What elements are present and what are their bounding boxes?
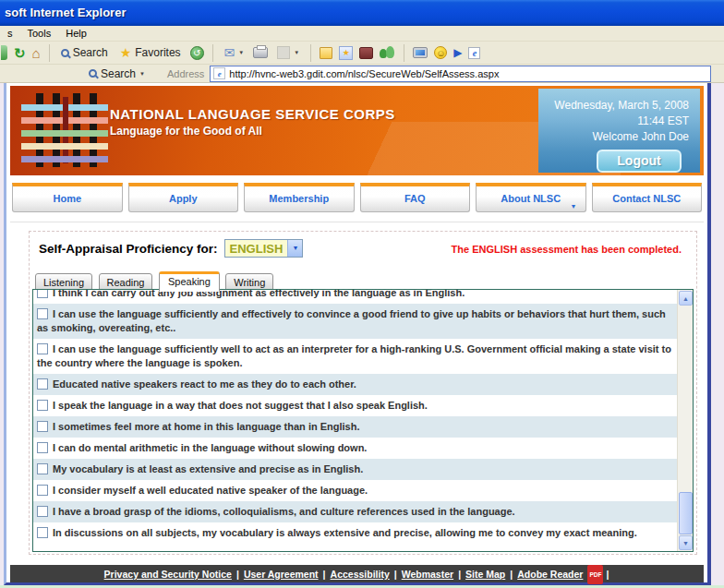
nav-faq[interactable]: FAQ bbox=[360, 183, 471, 212]
nav-home[interactable]: Home bbox=[12, 183, 123, 212]
scrollbar[interactable]: ▲ ▼ bbox=[677, 290, 693, 551]
session-time: 11:44 EST bbox=[538, 114, 689, 129]
heading-row: Self-Appraisal Proficiency for: ENGLISH … bbox=[39, 239, 303, 258]
titlebar: soft Internet Explorer bbox=[0, 0, 724, 26]
home-icon[interactable]: ⌂ bbox=[32, 46, 41, 60]
statement-checkbox[interactable] bbox=[37, 378, 48, 390]
site-header: NATIONAL LANGUAGE SERVICE CORPS Language… bbox=[10, 86, 704, 175]
nav-contact-nlsc[interactable]: Contact NLSC bbox=[592, 183, 703, 212]
statement-checkbox[interactable] bbox=[37, 421, 48, 432]
favorites-button-label: Favorites bbox=[135, 46, 180, 59]
statement-text: I can use the language sufficiently well… bbox=[37, 343, 671, 368]
language-select[interactable]: ENGLISH ▼ bbox=[224, 239, 304, 258]
play-icon[interactable]: ▶ bbox=[453, 47, 462, 58]
statement-text: I can use the language sufficiently and … bbox=[37, 308, 666, 333]
edit-button[interactable]: ▼ bbox=[274, 45, 302, 60]
statement-row: I can do mental arithmetic in the langua… bbox=[33, 438, 677, 459]
footer-separator: | bbox=[458, 569, 461, 580]
nav-about-nlsc[interactable]: About NLSC ▼ bbox=[476, 183, 586, 212]
statement-text: In discussions on all subjects, my vocab… bbox=[53, 527, 637, 538]
nav-membership[interactable]: Membership bbox=[244, 183, 355, 212]
statement-text: I can do mental arithmetic in the langua… bbox=[53, 442, 367, 453]
history-icon[interactable]: ↺ bbox=[190, 46, 204, 60]
statement-checkbox[interactable] bbox=[37, 485, 48, 496]
statement-checkbox[interactable] bbox=[37, 400, 48, 411]
address-url: http://hvnc-web3.gdit.com/nlsc/SecureWeb… bbox=[229, 68, 499, 79]
footer-link-adobe-reader[interactable]: Adobe Reader bbox=[517, 569, 583, 580]
footer-separator: | bbox=[236, 569, 239, 580]
nav-apply[interactable]: Apply bbox=[128, 183, 239, 212]
address-input[interactable]: e http://hvnc-web3.gdit.com/nlsc/SecureW… bbox=[210, 66, 711, 82]
welcome-message: Welcome John Doe bbox=[538, 129, 689, 145]
statement-row: I speak the language in a way that does … bbox=[33, 395, 677, 416]
search-button-label: Search bbox=[73, 46, 108, 59]
footer-link-accessibility[interactable]: Accessibility bbox=[331, 569, 390, 580]
statement-row: I can use the language sufficiently and … bbox=[33, 304, 677, 339]
scroll-up-icon[interactable]: ▲ bbox=[679, 291, 693, 306]
statement-row: I can use the language sufficiently well… bbox=[33, 339, 677, 374]
clipped-icon bbox=[1, 45, 7, 60]
statement-checkbox[interactable] bbox=[37, 442, 48, 453]
menu-item-clipped[interactable]: s bbox=[0, 28, 20, 39]
menu-item-tools[interactable]: Tools bbox=[20, 28, 59, 39]
language-select-value: ENGLISH bbox=[225, 242, 288, 256]
toolbar-separator bbox=[404, 44, 404, 62]
footer-link-user-agreement[interactable]: User Agreement bbox=[244, 569, 319, 580]
print-icon[interactable] bbox=[253, 47, 268, 58]
smiley-icon[interactable]: ☺ bbox=[434, 46, 447, 59]
statement-checkbox[interactable] bbox=[37, 506, 48, 517]
footer-link-webmaster[interactable]: Webmaster bbox=[402, 569, 453, 580]
statement-checkbox[interactable] bbox=[37, 308, 48, 319]
scroll-down-icon[interactable]: ▼ bbox=[679, 535, 693, 550]
org-tagline: Language for the Good of All bbox=[110, 125, 262, 138]
search-dropdown-icon: ▼ bbox=[139, 71, 145, 77]
toolbar-separator bbox=[212, 44, 213, 62]
favorites-button[interactable]: ★ Favorites bbox=[117, 45, 184, 60]
tab-speaking[interactable]: Speaking bbox=[159, 271, 220, 292]
nav-bar: Home Apply Membership FAQ About NLSC ▼ C… bbox=[10, 181, 704, 216]
pdf-badge: PDF bbox=[587, 565, 603, 584]
discuss-icon[interactable] bbox=[320, 47, 332, 59]
scrollbar-thumb[interactable] bbox=[679, 492, 693, 534]
outlook-express-icon[interactable]: e bbox=[468, 47, 480, 59]
statement-text: I have a broad grasp of the idioms, coll… bbox=[53, 506, 515, 517]
nav-about-label: About NLSC bbox=[501, 193, 561, 204]
mail-button[interactable]: ✉ ▼ bbox=[222, 45, 247, 60]
address-search-button[interactable]: Search ▼ bbox=[85, 66, 149, 81]
session-date: Wednesday, March 5, 2008 bbox=[538, 98, 689, 114]
search-icon bbox=[89, 69, 97, 78]
research-icon[interactable]: ★ bbox=[339, 46, 353, 60]
address-label: Address bbox=[167, 68, 204, 79]
menubar: s Tools Help bbox=[0, 26, 724, 42]
logo-bar bbox=[21, 143, 108, 150]
menu-item-help[interactable]: Help bbox=[58, 28, 94, 39]
statement-row: I consider myself a well educated native… bbox=[33, 480, 677, 501]
toolbar-separator bbox=[49, 44, 50, 62]
statement-checkbox[interactable] bbox=[37, 463, 48, 474]
footer-link-privacy[interactable]: Privacy and Security Notice bbox=[104, 569, 232, 580]
refresh-icon[interactable]: ↻ bbox=[14, 46, 26, 60]
statement-checkbox[interactable] bbox=[37, 527, 48, 538]
monitor-icon[interactable] bbox=[413, 47, 428, 58]
statement-text: My vocabulary is at least as extensive a… bbox=[53, 463, 363, 474]
browser-window: soft Internet Explorer s Tools Help ↻ ⌂ … bbox=[0, 0, 724, 588]
toolbar: ↻ ⌂ Search ★ Favorites ↺ ✉ ▼ ▼ ★ ☺ ▶ e bbox=[0, 42, 724, 65]
content-panel: Self-Appraisal Proficiency for: ENGLISH … bbox=[29, 231, 697, 555]
footer: Privacy and Security Notice|User Agreeme… bbox=[10, 565, 704, 582]
page-icon: e bbox=[213, 67, 225, 79]
statement-row: Educated native speakers react to me as … bbox=[33, 374, 677, 395]
statement-checkbox[interactable] bbox=[37, 343, 48, 354]
search-button[interactable]: Search bbox=[58, 45, 111, 60]
footer-separator: | bbox=[510, 569, 513, 580]
statement-text: I think I can carry out any job assignme… bbox=[53, 290, 465, 298]
logo-bar bbox=[21, 130, 108, 137]
statement-rows: I think I can carry out any job assignme… bbox=[33, 290, 677, 551]
page: NATIONAL LANGUAGE SERVICE CORPS Language… bbox=[4, 83, 711, 585]
edit-icon bbox=[277, 46, 290, 59]
messenger-icon[interactable] bbox=[380, 46, 395, 59]
statement-checkbox[interactable] bbox=[37, 290, 48, 298]
statement-text: I speak the language in a way that does … bbox=[53, 400, 428, 411]
footer-link-site-map[interactable]: Site Map bbox=[465, 569, 505, 580]
reference-book-icon[interactable] bbox=[359, 47, 373, 59]
logout-button[interactable]: Logout bbox=[597, 150, 682, 173]
